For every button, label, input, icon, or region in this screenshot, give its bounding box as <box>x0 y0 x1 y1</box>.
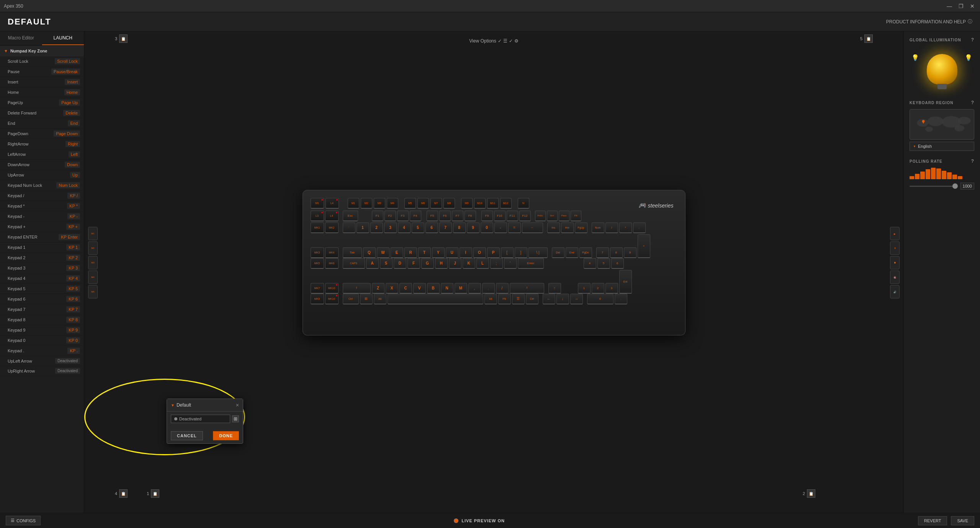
key-n-fn[interactable]: N <box>518 198 529 209</box>
key-1[interactable]: 1 <box>357 222 369 233</box>
sidebar-item[interactable]: Keypad Num LockNum Lock <box>0 180 84 191</box>
sidebar-item[interactable]: EndEnd <box>0 118 84 129</box>
key-kpplus[interactable]: + <box>638 234 650 258</box>
key-f[interactable]: F <box>407 258 420 269</box>
key-g[interactable]: G <box>421 258 434 269</box>
key-m11-fn[interactable]: M11 <box>487 198 499 209</box>
key-comma[interactable]: , <box>468 283 481 294</box>
key-up[interactable]: ↑ <box>548 283 561 294</box>
sidebar-item[interactable]: Keypad 5KP 5 <box>0 284 84 294</box>
marker-1-icon[interactable]: 📋 <box>151 489 159 498</box>
key-kp9[interactable]: 9 <box>624 247 636 258</box>
sidebar-item[interactable]: PageUpPage Up <box>0 98 84 108</box>
key-mk1[interactable]: MK1 <box>311 222 324 233</box>
sidebar-item[interactable]: PausePause/Break <box>0 67 84 77</box>
save-button[interactable]: SAVE <box>951 516 974 525</box>
sidebar-item[interactable]: Keypad 6KP 6 <box>0 294 84 304</box>
key-esc[interactable]: Esc <box>343 211 358 221</box>
key-pause[interactable]: Paus <box>559 211 569 221</box>
minimize-button[interactable]: — <box>946 3 953 9</box>
key-e[interactable]: E <box>391 247 403 258</box>
key-kp3[interactable]: 3 <box>605 283 618 294</box>
marker-3-icon[interactable]: 📋 <box>119 34 128 43</box>
key-4[interactable]: 4 <box>398 222 411 233</box>
sidebar-item[interactable]: Keypad 9KP 9 <box>0 325 84 335</box>
light-bulb[interactable] <box>927 54 957 85</box>
key-m5-fn[interactable]: M5 <box>404 198 416 209</box>
key-m10-fn[interactable]: M10 <box>474 198 486 209</box>
polling-help-icon[interactable]: ? <box>971 159 974 164</box>
key-f5[interactable]: F5 <box>427 211 438 221</box>
sidebar-item[interactable]: UpArrowUp <box>0 170 84 180</box>
side-btn-top[interactable]: M1 <box>88 227 98 240</box>
key-fn[interactable]: FN <box>498 294 511 304</box>
key-m9-fn[interactable]: M9 <box>461 198 473 209</box>
key-kp6[interactable]: 6 <box>611 258 624 269</box>
sidebar-item[interactable]: Keypad *KP * <box>0 201 84 211</box>
key-lshift[interactable]: ⇧ <box>343 283 371 294</box>
key-space[interactable] <box>388 294 483 304</box>
key-y[interactable]: Y <box>432 247 445 258</box>
key-kpdot[interactable]: . <box>615 294 627 304</box>
key-prtsc[interactable]: PrtSc <box>535 211 546 221</box>
revert-button[interactable]: REVERT <box>918 516 947 525</box>
illumination-help-icon[interactable]: ? <box>971 37 974 43</box>
key-kp1[interactable]: 1 <box>578 283 591 294</box>
key-n[interactable]: N <box>441 283 453 294</box>
key-c[interactable]: C <box>399 283 412 294</box>
key-f1[interactable]: F1 <box>372 211 383 221</box>
key-m12-fn[interactable]: M12 <box>500 198 512 209</box>
side-btn-3[interactable]: M3 <box>88 256 98 269</box>
key-kp4[interactable]: 4 <box>584 258 596 269</box>
key-rctrl[interactable]: Ctrl <box>526 294 538 304</box>
view-gear-icon[interactable]: ⚙ <box>514 38 519 44</box>
key-m1b[interactable]: L4 <box>326 198 339 209</box>
key-ins[interactable]: Ins <box>547 222 560 233</box>
key-minus[interactable]: - <box>494 222 507 233</box>
maximize-button[interactable]: ❐ <box>957 3 965 9</box>
done-button[interactable]: DONE <box>213 431 239 440</box>
sidebar-item[interactable]: Keypad 8KP 8 <box>0 315 84 325</box>
bulb-dim-icon[interactable]: 💡 <box>911 54 919 61</box>
sidebar-item[interactable]: Keypad /KP / <box>0 191 84 201</box>
key-r[interactable]: R <box>404 247 417 258</box>
key-m2-fn[interactable]: M2 <box>361 198 372 209</box>
side-btn-2[interactable]: M2 <box>88 241 98 255</box>
key-f8[interactable]: F8 <box>465 211 476 221</box>
product-info[interactable]: PRODUCT INFORMATION AND HELP ⓘ <box>886 18 972 25</box>
key-9[interactable]: 9 <box>467 222 479 233</box>
sidebar-item[interactable]: UpLeft ArrowDeactivated <box>0 356 84 366</box>
key-capslock[interactable]: CAPS <box>343 258 365 269</box>
side-btn-right-1[interactable]: ▶ <box>890 227 900 240</box>
key-f7[interactable]: F7 <box>452 211 463 221</box>
key-j[interactable]: J <box>449 258 461 269</box>
popup-grid-button[interactable]: ⊞ <box>232 415 239 422</box>
sidebar-item[interactable]: UpRight ArrowDeactivated <box>0 366 84 376</box>
key-v[interactable]: V <box>413 283 426 294</box>
key-mk2[interactable]: MK2 <box>325 222 339 233</box>
cancel-button[interactable]: CANCEL <box>171 431 203 440</box>
key-ralt[interactable]: Alt <box>484 294 497 304</box>
key-f9[interactable]: F9 <box>481 211 493 221</box>
key-m1[interactable]: M1 <box>311 198 324 209</box>
key-m6-fn[interactable]: M6 <box>417 198 429 209</box>
key-t[interactable]: T <box>418 247 431 258</box>
sidebar-item[interactable]: Keypad -KP - <box>0 211 84 222</box>
sidebar-item[interactable]: Keypad 1KP 1 <box>0 242 84 253</box>
key-kpslash[interactable]: / <box>605 222 618 233</box>
key-lalt[interactable]: Alt <box>374 294 386 304</box>
key-app[interactable]: ☰ <box>512 294 525 304</box>
polling-slider-thumb[interactable] <box>952 183 958 189</box>
key-l[interactable]: L <box>476 258 489 269</box>
key-mk9[interactable]: MK9 <box>311 294 324 304</box>
key-down[interactable]: ↓ <box>556 294 569 304</box>
side-btn-right-4[interactable]: 🔇 <box>890 270 900 284</box>
key-f12[interactable]: F12 <box>519 211 531 221</box>
side-btn-right-3[interactable]: ⏹ <box>890 256 900 269</box>
key-f11[interactable]: F11 <box>507 211 518 221</box>
key-mk5[interactable]: MK5 <box>311 258 324 269</box>
sidebar-item[interactable]: Keypad 7KP 7 <box>0 304 84 315</box>
sidebar-item[interactable]: HomeHome <box>0 87 84 98</box>
marker-2-icon[interactable]: 📋 <box>807 489 815 498</box>
key-a[interactable]: A <box>366 258 379 269</box>
